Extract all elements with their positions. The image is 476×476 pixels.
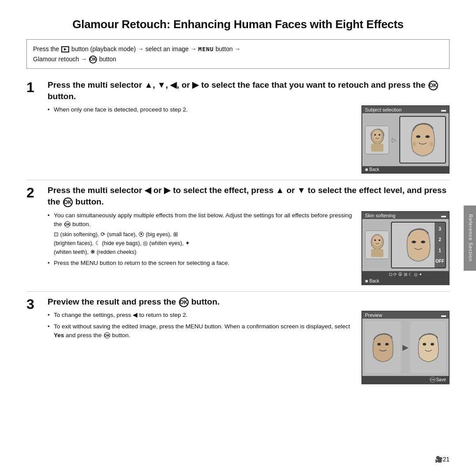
step-2-row: 2 Press the multi selector ◀ or ▶ to sel… xyxy=(26,185,450,291)
step-3-content: Preview the result and press the OK butt… xyxy=(48,296,450,385)
menu-icon-s1: ▣ xyxy=(365,167,368,171)
screen2-header: Skin softening ▬ xyxy=(362,212,449,219)
playback-icon xyxy=(61,46,69,52)
breadcrumb-text4: Glamour retouch → xyxy=(33,56,89,63)
icon-eye-bags: ☾ xyxy=(95,240,100,246)
step-2-bullet-2: Press the MENU button to return to the s… xyxy=(48,259,353,268)
breadcrumb-text2: button (playback mode) → select an image… xyxy=(71,45,198,52)
step-3-bullet-1: To change the settings, press ◀ to retur… xyxy=(48,311,353,320)
screen3-body: ▶ xyxy=(362,319,449,376)
screen2-icons-row: ⊡ ⟳ ⦿ ⊞ ☾ ◎ ✦ xyxy=(362,271,449,278)
camera-icon: 🎥 xyxy=(435,456,443,463)
preview-face-before xyxy=(365,321,401,373)
svg-point-14 xyxy=(412,241,416,243)
breadcrumb-text3: button → xyxy=(214,45,241,52)
screen3: Preview ▬ xyxy=(361,311,450,384)
level-1: 1 xyxy=(439,248,441,253)
ok-icon-step1: OK xyxy=(428,81,438,90)
step-3-row: 3 Preview the result and press the OK bu… xyxy=(26,296,450,391)
ok-icon-s3-footer: OK xyxy=(430,377,435,383)
page-title: Glamour Retouch: Enhancing Human Faces w… xyxy=(26,18,450,31)
screen2: Skin softening ▬ xyxy=(361,211,450,285)
svg-point-6 xyxy=(425,135,430,138)
page-container: Glamour Retouch: Enhancing Human Faces w… xyxy=(0,0,476,476)
ok-inline-s3: OK xyxy=(104,332,110,338)
screen2-back: Back xyxy=(369,279,379,283)
screen2-footer: ▣ Back xyxy=(362,278,449,284)
page-number: 🎥21 xyxy=(435,456,450,463)
svg-point-8 xyxy=(430,142,433,146)
svg-point-17 xyxy=(385,343,389,346)
step-1-image: Subject selection ▬ xyxy=(361,105,450,174)
step-1-body: When only one face is detected, proceed … xyxy=(48,105,450,174)
screen3-battery: ▬ xyxy=(441,312,446,318)
step-1-bullet-1: When only one face is detected, proceed … xyxy=(48,105,353,114)
step-3-heading: Preview the result and press the OK butt… xyxy=(48,296,450,308)
screen1-footer: ▣ Back xyxy=(362,166,449,173)
svg-point-12 xyxy=(379,239,380,241)
screen3-header: Preview ▬ xyxy=(362,312,449,319)
face-small-2 xyxy=(365,231,389,259)
icon-whiten-teeth: ✦ xyxy=(185,240,190,246)
menu-label-s2: MENU xyxy=(81,260,98,266)
preview-arrow-icon: ▶ xyxy=(402,342,409,352)
page-num: 21 xyxy=(443,456,450,463)
step-2-body: You can simultaneously apply multiple ef… xyxy=(48,211,450,285)
step-2-icons: ⊡ (skin softening), ⟳ (small face), ⦿ (b… xyxy=(54,230,353,257)
icon-small-face: ⟳ xyxy=(100,231,105,238)
svg-point-7 xyxy=(413,142,416,146)
step-1-bullets: When only one face is detected, proceed … xyxy=(48,105,353,116)
chevron-right-icon: ▷ xyxy=(392,136,397,143)
svg-point-2 xyxy=(374,134,376,136)
step-3-bullet-2: To exit without saving the edited image,… xyxy=(48,322,353,340)
ok-icon-breadcrumb: OK xyxy=(89,56,97,63)
step-1-row: 1 Press the multi selector ▲, ▼, ◀, or ▶… xyxy=(26,79,450,180)
screen2-body: 3 2 1 OFF xyxy=(362,219,449,271)
screen3-footer: OK Save xyxy=(362,376,449,383)
svg-point-16 xyxy=(377,343,381,346)
step-2-bullets: You can simultaneously apply multiple ef… xyxy=(48,211,353,270)
ok-icon-step2: OK xyxy=(63,197,73,207)
step-1-number: 1 xyxy=(26,80,43,94)
menu-button-label: MENU xyxy=(198,46,214,52)
step-2-image: Skin softening ▬ xyxy=(361,211,450,285)
breadcrumb-box: Press the button (playback mode) → selec… xyxy=(26,39,450,69)
breadcrumb-text5: button xyxy=(97,56,116,63)
ok-inline: OK xyxy=(64,221,71,227)
step-2-heading: Press the multi selector ◀ or ▶ to selec… xyxy=(48,185,450,207)
screen1-header: Subject selection ▬ xyxy=(362,106,449,113)
svg-point-10 xyxy=(373,235,382,246)
preview-face-after xyxy=(410,321,446,373)
icon-whiten-eyes: ◎ xyxy=(143,240,148,246)
svg-point-11 xyxy=(374,239,376,241)
screen1-label: Subject selection xyxy=(365,107,402,112)
screen1-body: ▷ xyxy=(362,113,449,166)
ref-section-label: Reference Section xyxy=(468,214,473,262)
screen1: Subject selection ▬ xyxy=(361,105,450,174)
reference-section-tab: Reference Section xyxy=(464,205,476,271)
svg-point-5 xyxy=(416,135,420,138)
level-3: 3 xyxy=(439,227,441,231)
ok-icon-step3: OK xyxy=(179,298,189,307)
step-3-body: To change the settings, press ◀ to retur… xyxy=(48,311,450,384)
screen1-battery: ▬ xyxy=(441,107,446,112)
icon-brighten: ⊞ xyxy=(173,231,178,238)
breadcrumb-text1: Press the xyxy=(33,45,61,52)
icon-redden-cheeks: ❋ xyxy=(90,249,95,255)
step-2-content: Press the multi selector ◀ or ▶ to selec… xyxy=(48,185,450,285)
face-large-1 xyxy=(399,116,446,164)
level-bar: 3 2 1 OFF xyxy=(435,223,445,268)
menu-icon-s2: ▣ xyxy=(365,279,368,283)
svg-rect-4 xyxy=(371,144,383,152)
svg-point-3 xyxy=(379,134,380,136)
step-2-number: 2 xyxy=(26,186,43,200)
screen2-label: Skin softening xyxy=(365,213,395,218)
step-3-bullets: To change the settings, press ◀ to retur… xyxy=(48,311,353,342)
step-2-bullet-1: You can simultaneously apply multiple ef… xyxy=(48,211,353,257)
step-1-heading: Press the multi selector ▲, ▼, ◀, or ▶ t… xyxy=(48,79,450,102)
screen1-back: Back xyxy=(369,167,379,172)
step-1-content: Press the multi selector ▲, ▼, ◀, or ▶ t… xyxy=(48,79,450,174)
screen2-battery: ▬ xyxy=(441,213,446,218)
face-small-1 xyxy=(365,126,389,154)
icon-skin: ⊡ xyxy=(54,231,59,238)
